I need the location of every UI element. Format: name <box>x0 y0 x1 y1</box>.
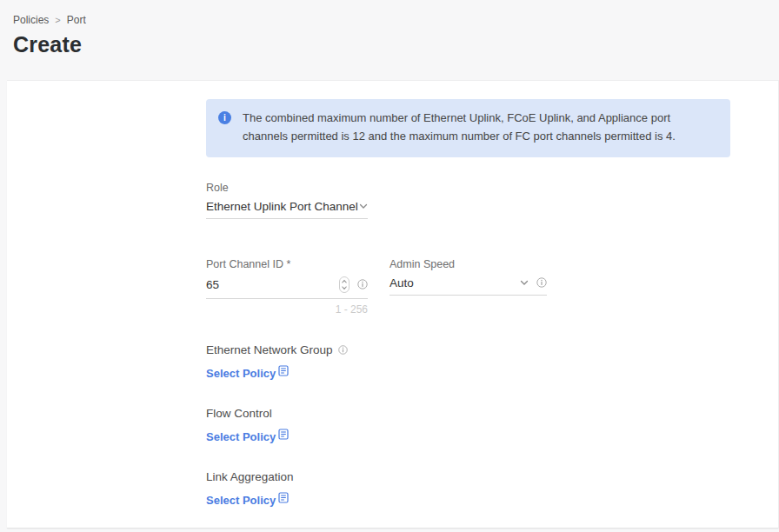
chevron-down-icon <box>520 280 529 286</box>
port-channel-id-range-hint: 1 - 256 <box>206 303 368 316</box>
select-policy-label: Select Policy <box>206 494 276 507</box>
port-channel-id-field: Port Channel ID * <box>206 258 368 316</box>
flow-control-select-policy-link[interactable]: Select Policy <box>206 430 289 443</box>
flow-control-section: Flow Control Select Policy <box>206 407 778 444</box>
breadcrumb-separator-icon: > <box>55 15 60 25</box>
port-channel-id-help-icon[interactable] <box>357 279 368 289</box>
breadcrumb: Policies > Port <box>13 14 779 26</box>
policy-document-icon <box>278 365 289 376</box>
port-channel-id-input[interactable] <box>206 278 339 291</box>
ethernet-network-group-select-policy-link[interactable]: Select Policy <box>206 367 289 380</box>
ethernet-network-group-help-icon[interactable] <box>338 345 348 355</box>
select-policy-label: Select Policy <box>206 367 276 380</box>
info-banner-text: The combined maximum number of Ethernet … <box>243 110 715 146</box>
port-channel-id-inputrow <box>206 276 368 299</box>
admin-speed-value: Auto <box>390 276 520 289</box>
admin-speed-field: Admin Speed Auto <box>390 258 547 316</box>
link-aggregation-label: Link Aggregation <box>206 470 294 483</box>
policy-document-icon <box>278 429 289 440</box>
role-label: Role <box>206 182 368 194</box>
role-value: Ethernet Uplink Port Channel <box>206 200 359 213</box>
port-channel-id-label: Port Channel ID * <box>206 258 368 270</box>
breadcrumb-policies[interactable]: Policies <box>13 14 49 26</box>
policy-sections: Ethernet Network Group Select Policy <box>206 343 778 532</box>
flow-control-label: Flow Control <box>206 407 272 420</box>
admin-speed-help-icon[interactable] <box>536 277 547 288</box>
role-select[interactable]: Ethernet Uplink Port Channel <box>206 200 368 219</box>
admin-speed-label: Admin Speed <box>390 258 547 270</box>
ethernet-network-group-section: Ethernet Network Group Select Policy <box>206 343 778 381</box>
create-policy-card: i The combined maximum number of Etherne… <box>7 80 779 529</box>
select-policy-label: Select Policy <box>206 430 276 443</box>
policy-document-icon <box>278 492 289 503</box>
page-header: Policies > Port Create <box>0 0 779 80</box>
admin-speed-select[interactable]: Auto <box>390 276 547 296</box>
page-title: Create <box>13 32 779 57</box>
ethernet-network-group-label: Ethernet Network Group <box>206 343 333 356</box>
fields-row: Port Channel ID * <box>206 258 778 316</box>
role-field: Role Ethernet Uplink Port Channel <box>206 182 368 219</box>
breadcrumb-port[interactable]: Port <box>67 14 86 26</box>
link-aggregation-section: Link Aggregation Select Policy <box>206 470 778 508</box>
info-icon: i <box>218 111 231 124</box>
link-aggregation-select-policy-link[interactable]: Select Policy <box>206 494 289 507</box>
number-stepper[interactable] <box>339 276 350 293</box>
info-banner: i The combined maximum number of Etherne… <box>206 99 730 157</box>
chevron-down-icon <box>359 203 368 209</box>
